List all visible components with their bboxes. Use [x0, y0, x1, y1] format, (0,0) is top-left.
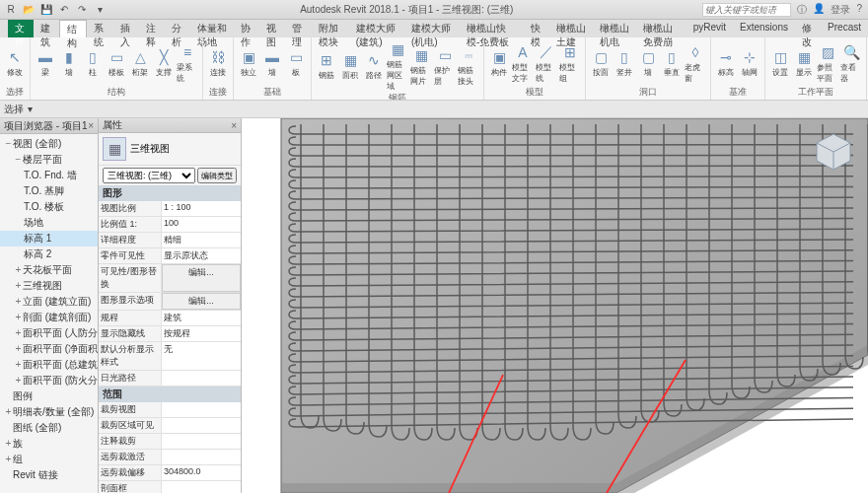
close-icon[interactable]: ×: [88, 120, 94, 131]
ribbon-button[interactable]: ◫设置: [769, 47, 791, 78]
save-icon[interactable]: 💾: [39, 3, 53, 17]
ribbon-button[interactable]: ╳支撑: [153, 47, 175, 78]
ribbon-tab[interactable]: 协作: [234, 20, 259, 37]
ribbon-button[interactable]: ▢按面: [590, 47, 612, 78]
tree-item[interactable]: +三维视图: [0, 278, 98, 294]
ribbon-tab[interactable]: 视图: [259, 20, 285, 37]
property-value[interactable]: 显示原状态: [162, 248, 241, 263]
type-selector[interactable]: ▦ 三维视图: [99, 133, 241, 166]
property-value[interactable]: 精细: [162, 233, 241, 247]
tree-item[interactable]: 图纸 (全部): [0, 420, 98, 436]
ribbon-button[interactable]: ⊸标高: [715, 47, 737, 78]
tree-item[interactable]: +面积平面 (人防分区面积): [0, 325, 98, 341]
property-edit-button[interactable]: 编辑...: [162, 293, 241, 310]
redo-icon[interactable]: ↷: [75, 3, 89, 17]
ribbon-button[interactable]: ↖修改: [4, 47, 26, 78]
model-canvas[interactable]: [242, 118, 868, 493]
ribbon-button[interactable]: 🔍查看器: [840, 42, 862, 84]
tree-item[interactable]: 图例: [0, 388, 98, 404]
tree-toggle-icon[interactable]: +: [14, 280, 23, 291]
ribbon-tab[interactable]: 橄榄山快模-免费板: [460, 20, 524, 37]
ribbon-tab[interactable]: 系统: [87, 20, 112, 37]
ribbon-tab[interactable]: 结构: [59, 20, 87, 37]
ribbon-button[interactable]: ∿路径: [363, 50, 385, 81]
ribbon-button[interactable]: ▬墙: [261, 47, 283, 78]
help-icon[interactable]: ?: [856, 3, 862, 17]
property-value[interactable]: 按规程: [162, 326, 241, 341]
ribbon-tab[interactable]: 修改: [795, 20, 821, 37]
ribbon-tab[interactable]: 文件: [8, 20, 34, 37]
ribbon-tab[interactable]: Precast: [821, 20, 868, 37]
ribbon-tab[interactable]: 橄榄山土建: [549, 20, 593, 37]
ribbon-button[interactable]: △桁架: [129, 47, 151, 78]
info-icon[interactable]: ⓘ: [797, 3, 807, 17]
ribbon-tab[interactable]: 建筑: [34, 20, 59, 37]
ribbon-button[interactable]: ▯柱: [82, 47, 104, 78]
tree-item[interactable]: 场地: [0, 215, 98, 231]
tree-item[interactable]: +明细表/数量 (全部): [0, 404, 98, 420]
tree-item[interactable]: +立面 (建筑立面): [0, 294, 98, 310]
property-value[interactable]: [162, 371, 241, 386]
ribbon-tab[interactable]: Extensions: [733, 20, 795, 37]
property-edit-button[interactable]: 编辑...: [162, 264, 241, 292]
tree-item[interactable]: 标高 2: [0, 246, 98, 262]
tree-toggle-icon[interactable]: +: [14, 296, 23, 307]
edit-type-button[interactable]: 编辑类型: [197, 168, 237, 183]
tree-item[interactable]: T.O. Fnd. 墙: [0, 168, 98, 183]
tree-item[interactable]: +剖面 (建筑剖面): [0, 310, 98, 325]
ribbon-button[interactable]: ◊老虎窗: [685, 42, 706, 84]
ribbon-button[interactable]: ▭保护层: [434, 45, 456, 87]
property-value[interactable]: [162, 418, 241, 433]
tree-toggle-icon[interactable]: +: [14, 264, 23, 275]
tree-toggle-icon[interactable]: −: [14, 154, 23, 165]
viewport[interactable]: [242, 118, 868, 493]
ribbon-button[interactable]: ⊞钢筋: [316, 50, 337, 81]
tree-item[interactable]: −视图 (全部): [0, 136, 98, 152]
ribbon-button[interactable]: ▭楼板: [106, 47, 127, 78]
property-value[interactable]: 1 : 100: [162, 201, 241, 216]
viewcube[interactable]: [811, 130, 856, 176]
ribbon-tab[interactable]: 建模大师 (机电): [404, 20, 460, 37]
property-value[interactable]: 100: [162, 217, 241, 232]
ribbon-tab[interactable]: 建模大师 (建筑): [349, 20, 404, 37]
search-input[interactable]: [702, 3, 791, 17]
ribbon-button[interactable]: ▦钢筋网片: [410, 45, 432, 87]
ribbon-button[interactable]: ⊹轴网: [739, 47, 760, 78]
property-value[interactable]: [162, 450, 241, 464]
tree-toggle-icon[interactable]: +: [14, 375, 23, 386]
revit-logo-icon[interactable]: R: [4, 3, 18, 17]
property-value[interactable]: [162, 434, 241, 449]
close-icon[interactable]: ×: [231, 120, 237, 131]
tree-toggle-icon[interactable]: +: [4, 454, 13, 464]
ribbon-tab[interactable]: 注释: [139, 20, 165, 37]
ribbon-button[interactable]: ▨参照平面: [817, 42, 838, 84]
ribbon-button[interactable]: ▦显示: [793, 47, 815, 78]
tree-item[interactable]: +天花板平面: [0, 262, 98, 278]
ribbon-button[interactable]: ▯竖井: [614, 47, 635, 78]
ribbon-tab[interactable]: 管理: [285, 20, 311, 37]
tree-item[interactable]: −楼层平面: [0, 152, 98, 168]
ribbon-button[interactable]: ▢墙: [637, 47, 659, 78]
ribbon-tab[interactable]: 橄榄山免费崩: [636, 20, 686, 37]
ribbon-button[interactable]: ▬梁: [35, 47, 56, 78]
tree-toggle-icon[interactable]: −: [4, 138, 13, 149]
property-value[interactable]: 建筑: [162, 311, 241, 325]
ribbon-button[interactable]: ▭板: [285, 47, 307, 78]
open-icon[interactable]: 📂: [22, 3, 36, 17]
ribbon-tab[interactable]: 快模: [524, 20, 549, 37]
tree-item[interactable]: T.O. 基脚: [0, 183, 98, 199]
ribbon-button[interactable]: A模型文字: [512, 42, 534, 84]
tree-item[interactable]: +组: [0, 452, 98, 467]
options-chevron-icon[interactable]: ▾: [28, 104, 33, 114]
ribbon-tab[interactable]: 插入: [113, 20, 139, 37]
qat-more-icon[interactable]: ▾: [93, 3, 107, 17]
property-section-header[interactable]: 图形: [99, 185, 241, 201]
property-value[interactable]: [162, 481, 241, 493]
tree-toggle-icon[interactable]: +: [4, 438, 13, 449]
tree-item[interactable]: Revit 链接: [0, 467, 98, 483]
tree-item[interactable]: 标高 1: [0, 231, 98, 246]
ribbon-button[interactable]: ⊞模型组: [559, 42, 581, 84]
tree-toggle-icon[interactable]: +: [14, 359, 23, 370]
ribbon-button[interactable]: ▣构件: [488, 47, 510, 78]
ribbon-button[interactable]: ▯垂直: [661, 47, 683, 78]
